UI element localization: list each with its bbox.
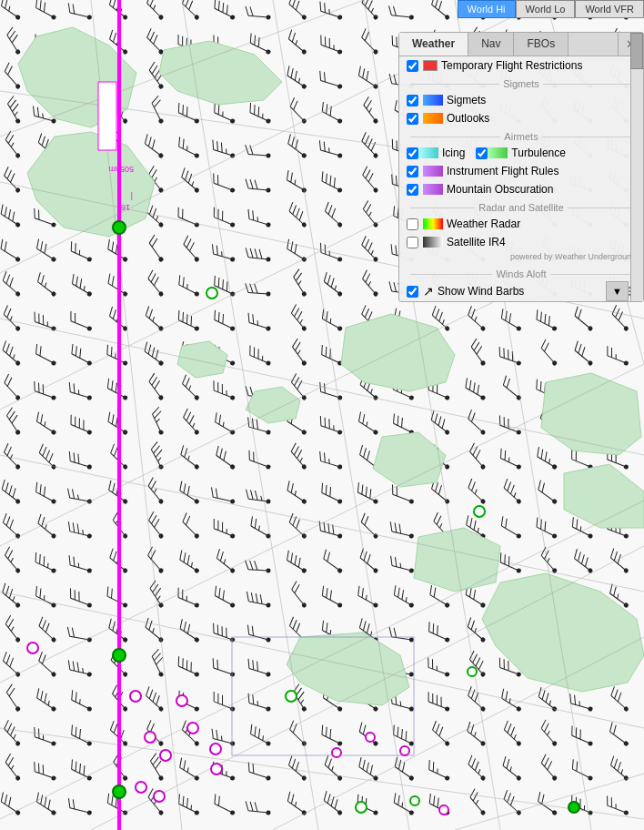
svg-line-5 [0,728,644,819]
mountain-checkbox[interactable] [407,184,418,196]
airmets-section-title: Airmets [399,127,643,144]
ifr-color [423,166,443,177]
radar-section-title: Radar and Satellite [399,198,643,215]
satellite-label: Satellite IR4 [447,236,506,248]
svg-point-31 [474,506,485,517]
satellite-row: Satellite IR4 [399,233,643,251]
svg-point-43 [356,802,367,813]
ifr-row: Instrument Flight Rules [399,162,643,180]
sigmets-label: Sigmets [447,94,486,106]
panel-scrollbar[interactable] [630,33,643,301]
scrollbar-thumb[interactable] [630,33,643,69]
radar-label: Weather Radar [447,218,520,230]
svg-line-20 [455,774,644,830]
radar-checkbox[interactable] [407,218,418,230]
satellite-checkbox[interactable] [407,237,418,248]
mountain-row: Mountain Obscuration [399,180,643,198]
svg-point-47 [400,746,409,755]
turbulence-color [488,147,508,158]
satellite-color [423,237,443,248]
turbulence-label: Turbulence [511,147,566,159]
radar-color [423,218,443,229]
barb-icon: ↗ [423,284,434,299]
world-hi-button[interactable]: World Hi [458,0,516,18]
world-vfr-button[interactable]: World VFR [575,0,644,18]
svg-line-7 [182,0,318,830]
svg-text:16t: 16t [118,203,130,212]
tab-nav[interactable]: Nav [468,33,514,56]
mountain-color [423,184,443,195]
svg-point-29 [113,785,126,798]
svg-point-45 [366,733,375,742]
tfr-row: Temporary Flight Restrictions [399,56,643,75]
svg-point-42 [286,691,297,702]
tab-fbos[interactable]: FBOs [514,33,569,56]
wind-barbs-checkbox[interactable] [407,286,418,298]
outlooks-label: Outlooks [447,112,489,125]
icing-color [418,147,438,158]
svg-point-32 [27,643,38,653]
sigmets-color [423,95,443,106]
svg-point-50 [569,802,579,813]
top-bar: World Hi World Lo World VFR [458,0,644,18]
svg-point-33 [130,691,141,702]
outlooks-color [423,113,443,124]
outlooks-checkbox[interactable] [407,113,418,125]
svg-point-36 [176,695,187,706]
tfr-label: Temporary Flight Restrictions [441,59,582,72]
mountain-label: Mountain Obscuration [447,183,553,196]
svg-rect-23 [98,82,116,150]
world-lo-button[interactable]: World Lo [516,0,576,18]
svg-line-18 [91,546,644,830]
powered-by-text: powered by Weather Underground [399,251,643,265]
svg-point-49 [439,805,448,815]
svg-point-39 [136,782,146,793]
ifr-checkbox[interactable] [407,166,418,177]
svg-point-46 [332,748,341,757]
panel-dropdown-arrow[interactable]: ▼ [606,281,629,301]
turbulence-checkbox[interactable] [476,147,488,159]
tfr-color [423,60,438,71]
icing-label: Icing [442,147,465,159]
outlooks-row: Outlooks [399,109,643,127]
svg-point-34 [145,732,156,743]
svg-point-37 [187,723,198,734]
svg-point-48 [410,796,419,805]
sigmets-section-title: Sigmets [399,75,643,91]
tfr-checkbox[interactable] [407,60,418,72]
svg-point-41 [211,764,222,774]
panel-tabs: Weather Nav FBOs ✕ [399,33,643,56]
winds-section-title: Winds Aloft [399,265,643,281]
radar-row: Weather Radar [399,215,643,233]
svg-point-38 [210,744,221,754]
svg-point-40 [154,791,165,802]
svg-point-28 [113,649,126,662]
icing-checkbox[interactable] [407,147,418,159]
weather-panel: Weather Nav FBOs ✕ Temporary Flight Rest… [398,32,644,302]
sigmets-row: Sigmets [399,91,643,109]
wind-barbs-label: Show Wind Barbs [438,285,524,298]
tab-weather[interactable]: Weather [399,33,468,56]
svg-text:505nm: 505nm [108,165,134,174]
sigmets-checkbox[interactable] [407,95,418,106]
ifr-label: Instrument Flight Rules [447,165,558,177]
panel-content: Temporary Flight Restrictions Sigmets Si… [399,56,643,301]
svg-point-35 [160,750,171,761]
svg-point-30 [206,288,217,299]
svg-point-27 [113,221,126,234]
svg-point-44 [468,667,477,676]
svg-text:|: | [131,192,133,201]
